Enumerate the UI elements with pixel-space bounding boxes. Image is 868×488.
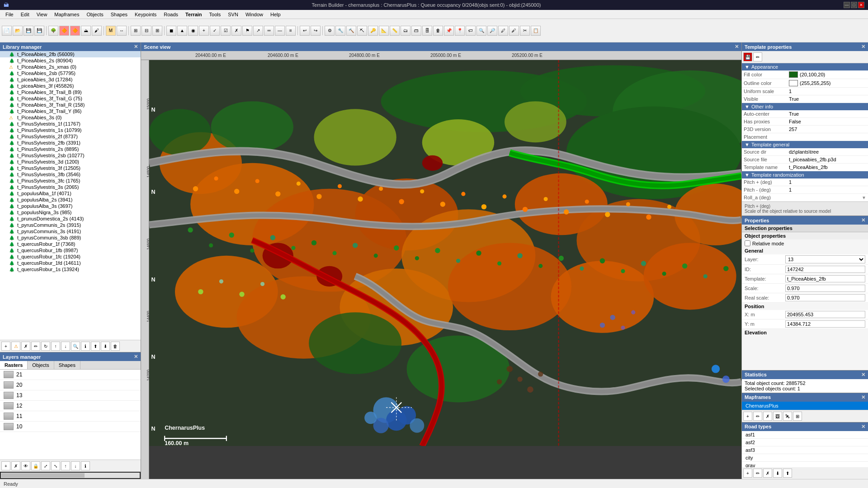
tool2[interactable]: 🔧 (335, 26, 345, 36)
tab-rasters[interactable]: Rasters (0, 361, 28, 369)
terrain-map[interactable]: N N N N N 160.00 m ChernarusPlus (149, 60, 741, 446)
close-button[interactable]: ✕ (858, 2, 864, 8)
menu-terrain[interactable]: Terrain (182, 11, 205, 18)
mf-add-btn[interactable]: + (743, 412, 752, 421)
layers-scrollbar[interactable] (1, 473, 140, 478)
tmpl-edit-btn[interactable]: ✏ (753, 52, 762, 61)
paint-btn[interactable]: 🖌 (92, 26, 102, 36)
layer-info2-btn[interactable]: ℹ (81, 461, 90, 470)
tool7[interactable]: 📏 (390, 26, 400, 36)
cube-btn[interactable]: ◼ (166, 26, 176, 36)
tool14[interactable]: 🏷 (466, 26, 476, 36)
library-content[interactable]: 🌲t_PiceaAbies_2fb (56009)🌲t_PiceaAbies_2… (0, 51, 141, 340)
mf-edit-btn[interactable]: ✏ (753, 412, 762, 421)
mf-img-btn[interactable]: 🖼 (773, 412, 782, 421)
roadtype-city[interactable]: city (742, 454, 868, 462)
lib-add-btn[interactable]: + (1, 342, 10, 351)
template-close[interactable]: ✕ (861, 44, 865, 50)
lib-item-33[interactable]: 🌲t_quercusRobur_1fd (14611) (0, 260, 141, 266)
undo-btn[interactable]: ↩ (300, 26, 310, 36)
roadtypes-content[interactable]: asf1 asf2 asf3 city grav grav_a (nav) (742, 431, 868, 467)
lib-edit-btn[interactable]: ✏ (31, 342, 40, 351)
road-btn[interactable]: ═ (264, 26, 274, 36)
tool3[interactable]: 🔨 (346, 26, 356, 36)
menu-view[interactable]: View (33, 11, 51, 18)
tool17[interactable]: 🖊 (498, 26, 508, 36)
lib-item-30[interactable]: 🌲t_quercusRobur_1f (7368) (0, 241, 141, 247)
lib-search-btn[interactable]: 🔍 (71, 342, 80, 351)
road3-btn[interactable]: ≡ (286, 26, 296, 36)
lib-item-32[interactable]: 🌲t_quercusRobur_1fc (19204) (0, 253, 141, 260)
tool4[interactable]: ⛏ (357, 26, 367, 36)
tool12[interactable]: 📌 (444, 26, 454, 36)
roadtype-grav[interactable]: grav (742, 462, 868, 467)
lib-item-6[interactable]: 🌲t_PiceaAbies_3f_Trail_B (89) (0, 89, 141, 95)
tool13[interactable]: 📍 (455, 26, 465, 36)
tool9[interactable]: 🗃 (411, 26, 421, 36)
grid-btn[interactable]: ⊞ (131, 26, 141, 36)
layers-content[interactable]: 21 20 13 12 11 (0, 370, 141, 460)
lib-info-btn[interactable]: ℹ (81, 342, 90, 351)
id-input[interactable] (785, 266, 865, 273)
tool19[interactable]: ✂ (520, 26, 530, 36)
layer-lock-btn[interactable]: 🔒 (31, 461, 40, 470)
lib-item-3[interactable]: 🌲t_PiceaAbies_2sb (57795) (0, 70, 141, 76)
real-scale-input[interactable] (785, 294, 865, 301)
menu-edit[interactable]: Edit (17, 11, 33, 18)
lib-item-15[interactable]: 🌲t_PinusSylvestris_2s (8895) (0, 146, 141, 152)
lib-item-29[interactable]: 🌲t_pyrusCommunis_3sb (889) (0, 235, 141, 241)
tool20[interactable]: 📋 (531, 26, 541, 36)
lib-item-23[interactable]: 🌲t_populusAlba_2s (3941) (0, 197, 141, 203)
lib-item-1[interactable]: 🌲t_PiceaAbies_2s (80904) (0, 57, 141, 64)
lib-item-19[interactable]: 🌲t_PinusSylvestris_3fb (3546) (0, 171, 141, 178)
layers-close[interactable]: ✕ (134, 354, 138, 360)
y-input[interactable] (785, 320, 865, 328)
save-as-btn[interactable]: 💾 (34, 26, 44, 36)
tab-shapes[interactable]: Shapes (54, 361, 80, 369)
layer-dropdown[interactable]: 13 (785, 255, 865, 263)
scene-close[interactable]: ✕ (735, 44, 739, 50)
template-input[interactable] (785, 275, 865, 282)
layer-eye-btn[interactable]: 👁 (21, 461, 30, 470)
move-btn[interactable]: ↔ (117, 26, 127, 36)
open-btn[interactable]: 📂 (13, 26, 23, 36)
menu-tools[interactable]: Tools (206, 11, 225, 18)
menu-file[interactable]: File (2, 11, 17, 18)
plus-btn[interactable]: + (199, 26, 209, 36)
pyramid-btn[interactable]: ▲ (177, 26, 187, 36)
lib-item-20[interactable]: 🌲t_PinusSylvestris_3fc (1765) (0, 178, 141, 184)
lib-export-btn[interactable]: ⬆ (91, 342, 100, 351)
tree-btn[interactable]: 🌳 (48, 26, 58, 36)
lib-item-21[interactable]: 🌲t_PinusSylvestris_3s (2065) (0, 184, 141, 190)
lib-item-28[interactable]: 🌲t_pyrusCommunis_3s (4191) (0, 228, 141, 235)
x-input[interactable] (785, 311, 865, 318)
lib-item-10[interactable]: ⚠t_PiceaAbies_3s (0) (0, 114, 141, 121)
stats-close[interactable]: ✕ (861, 372, 865, 378)
lib-item-18[interactable]: 🌲t_PinusSylvestris_3f (12505) (0, 165, 141, 171)
roadtypes-close[interactable]: ✕ (861, 424, 865, 430)
lib-item-8[interactable]: 🌲t_PiceaAbies_3f_Trail_R (158) (0, 102, 141, 108)
grid3-btn[interactable]: ⊞ (152, 26, 162, 36)
new-btn[interactable]: 📄 (2, 26, 12, 36)
lib-item-25[interactable]: 🌲t_populusNigra_3s (985) (0, 209, 141, 216)
obj2-btn[interactable]: 🔶 (70, 26, 80, 36)
tool11[interactable]: 🗑 (433, 26, 443, 36)
roadtype-asf2[interactable]: asf2 (742, 439, 868, 446)
lib-item-4[interactable]: 🌲t_piceaAbies_3d (17284) (0, 76, 141, 83)
road2-btn[interactable]: — (275, 26, 285, 36)
check-btn[interactable]: ✓ (210, 26, 220, 36)
scene-canvas[interactable]: 204400.00 m E 204600.00 m E 204800.00 m … (141, 51, 741, 479)
lib-item-31[interactable]: 🌲t_quercusRobur_1fb (8987) (0, 247, 141, 253)
layer-21[interactable]: 21 (0, 370, 141, 380)
relative-mode-checkbox[interactable] (745, 240, 750, 246)
mapframe-chernarusplus[interactable]: ChernarusPlus (742, 402, 868, 410)
menu-window[interactable]: Window (242, 11, 267, 18)
tool10[interactable]: 🗄 (422, 26, 432, 36)
tmpl-save-btn[interactable]: 💾 (743, 52, 752, 61)
menu-shapes[interactable]: Shapes (107, 11, 131, 18)
sphere-btn[interactable]: ◉ (188, 26, 198, 36)
menu-mapframes[interactable]: Mapframes (51, 11, 83, 18)
lib-item-5[interactable]: 🌲t_piceaAbies_3f (455826) (0, 83, 141, 89)
library-close[interactable]: ✕ (134, 44, 138, 50)
tool16[interactable]: 🔎 (487, 26, 497, 36)
